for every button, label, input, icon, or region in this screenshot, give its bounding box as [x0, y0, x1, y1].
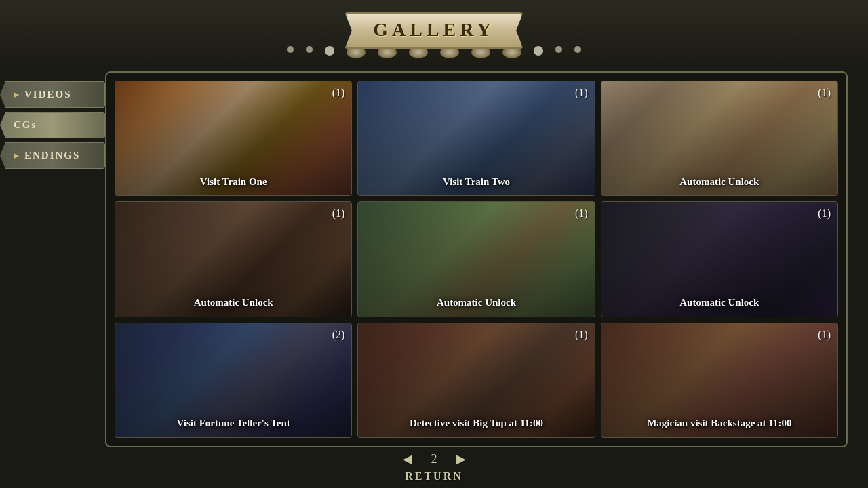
cell-content-2: (1)Visit Train Two — [358, 81, 594, 195]
dot-3 — [325, 46, 334, 56]
cell-label-2: Visit Train Two — [365, 176, 587, 189]
cell-label-1: Visit Train One — [122, 176, 344, 189]
cell-content-4: (1)Automatic Unlock — [115, 202, 351, 316]
chevron-icon-videos: ▶ — [14, 91, 20, 98]
gallery-cell-3[interactable]: (1)Automatic Unlock — [601, 81, 838, 196]
sidebar-item-endings[interactable]: ▶ ENDINGS — [0, 142, 105, 169]
gallery-cell-6[interactable]: (1)Automatic Unlock — [601, 201, 838, 317]
cell-content-9: (1)Magician visit Backstage at 11:00 — [601, 323, 837, 437]
sidebar: ▶ VIDEOS CGs ▶ ENDINGS — [0, 68, 105, 169]
cell-count-9: (1) — [818, 329, 831, 341]
cell-count-8: (1) — [575, 329, 588, 341]
banner-shape: GALLERY — [344, 12, 523, 49]
cell-label-7: Visit Fortune Teller's Tent — [122, 417, 344, 430]
cell-count-6: (1) — [818, 207, 831, 220]
cell-label-8: Detective visit Big Top at 11:00 — [365, 417, 587, 430]
sidebar-label-videos: VIDEOS — [24, 89, 72, 100]
cell-content-1: (1)Visit Train One — [115, 81, 351, 195]
dot-6 — [574, 46, 581, 53]
gallery-cell-1[interactable]: (1)Visit Train One — [115, 81, 352, 196]
sidebar-label-endings: ENDINGS — [24, 150, 80, 161]
top-bar: GALLERY — [0, 0, 868, 68]
gallery-cell-4[interactable]: (1)Automatic Unlock — [115, 201, 352, 317]
chevron-icon-endings: ▶ — [14, 152, 20, 159]
cell-count-4: (1) — [332, 207, 345, 220]
gallery-title: GALLERY — [373, 19, 494, 40]
dot-1 — [287, 46, 294, 53]
dot-4 — [534, 46, 543, 56]
cell-count-3: (1) — [818, 87, 831, 99]
cell-label-4: Automatic Unlock — [122, 296, 344, 310]
cell-label-6: Automatic Unlock — [608, 296, 831, 310]
cell-content-5: (1)Automatic Unlock — [358, 202, 594, 316]
pagination: ◀ 2 ▶ — [0, 449, 868, 469]
sidebar-label-cgs: CGs — [14, 119, 37, 131]
sidebar-item-videos[interactable]: ▶ VIDEOS — [0, 81, 105, 108]
cell-content-3: (1)Automatic Unlock — [601, 81, 837, 195]
page-number: 2 — [431, 452, 437, 466]
gallery-cell-7[interactable]: (2)Visit Fortune Teller's Tent — [115, 323, 352, 438]
cell-count-7: (2) — [332, 329, 345, 341]
next-page-button[interactable]: ▶ — [451, 449, 471, 469]
cell-label-9: Magician visit Backstage at 11:00 — [608, 417, 831, 430]
gallery-cell-8[interactable]: (1)Detective visit Big Top at 11:00 — [357, 323, 595, 438]
dot-2 — [306, 46, 313, 53]
return-button[interactable]: RETURN — [405, 470, 463, 483]
cell-content-8: (1)Detective visit Big Top at 11:00 — [358, 323, 594, 437]
cell-content-7: (2)Visit Fortune Teller's Tent — [115, 323, 351, 437]
cell-label-3: Automatic Unlock — [608, 176, 831, 189]
gallery-cell-5[interactable]: (1)Automatic Unlock — [357, 201, 595, 317]
sidebar-item-cgs[interactable]: CGs — [0, 112, 105, 138]
cell-count-2: (1) — [575, 87, 588, 99]
gallery-banner: GALLERY — [344, 12, 523, 49]
prev-page-button[interactable]: ◀ — [397, 449, 418, 469]
cell-count-5: (1) — [575, 207, 588, 220]
cell-count-1: (1) — [332, 87, 345, 99]
cell-label-5: Automatic Unlock — [365, 296, 587, 310]
gallery-cell-9[interactable]: (1)Magician visit Backstage at 11:00 — [601, 323, 838, 438]
gallery-cell-2[interactable]: (1)Visit Train Two — [357, 81, 595, 196]
cell-content-6: (1)Automatic Unlock — [601, 202, 837, 316]
gallery-grid: (1)Visit Train One(1)Visit Train Two(1)A… — [115, 81, 838, 438]
gallery-main: (1)Visit Train One(1)Visit Train Two(1)A… — [105, 71, 848, 447]
dot-5 — [555, 46, 562, 53]
